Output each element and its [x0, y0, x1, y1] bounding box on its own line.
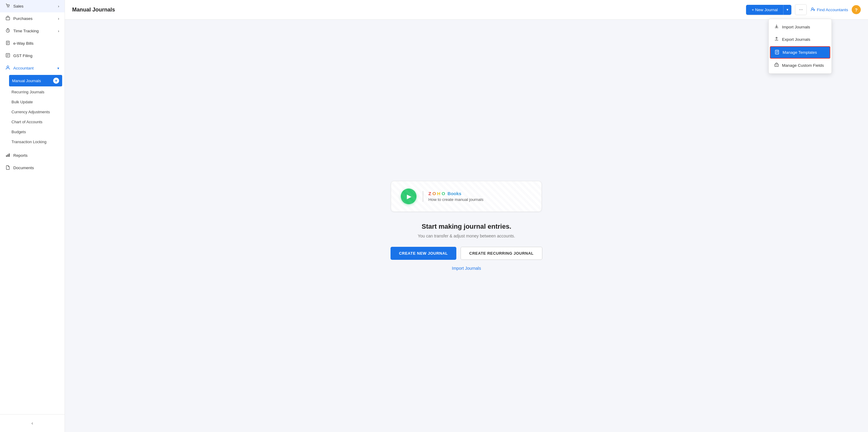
brand-h: H	[437, 191, 440, 196]
collapse-button[interactable]: ‹	[5, 418, 59, 428]
sidebar-sub-transaction-locking[interactable]: Transaction Locking	[0, 137, 65, 147]
sidebar-sub-label: Transaction Locking	[11, 140, 46, 144]
empty-state: ▶ Z O H O Books How to create manual jou…	[391, 181, 542, 271]
purchases-icon	[5, 16, 10, 22]
chevron-down-icon: ▾	[786, 7, 788, 12]
sidebar-item-gst-filing[interactable]: GST Filing	[0, 50, 65, 62]
import-journals-link[interactable]: Import Journals	[452, 266, 481, 271]
dropdown-item-import-journals[interactable]: Import Journals	[769, 21, 832, 33]
chevron-right-icon: ›	[58, 17, 59, 21]
chevron-right-icon: ›	[58, 4, 59, 8]
documents-icon	[5, 165, 10, 171]
sidebar-item-reports[interactable]: Reports	[0, 149, 65, 162]
chevron-down-icon: ▾	[57, 66, 59, 70]
svg-point-10	[812, 8, 813, 10]
svg-rect-7	[6, 155, 7, 157]
empty-state-title: Start making journal entries.	[422, 223, 511, 230]
sidebar-sub-currency-adjustments[interactable]: Currency Adjustments	[0, 107, 65, 117]
main-content: Manual Journals + New Journal ▾ ··· Find…	[65, 0, 868, 432]
help-button[interactable]: ?	[852, 5, 861, 14]
accountant-icon	[5, 65, 10, 71]
new-journal-main-button[interactable]: + New Journal	[746, 5, 783, 15]
sidebar-item-accountant[interactable]: Accountant ▾	[0, 62, 65, 74]
find-accountants-icon	[810, 7, 815, 13]
svg-rect-12	[775, 64, 778, 66]
play-button[interactable]: ▶	[401, 189, 416, 204]
sidebar-item-time-tracking[interactable]: Time Tracking ›	[0, 25, 65, 37]
create-journal-button[interactable]: CREATE NEW JOURNAL	[391, 247, 456, 260]
find-accountants-label: Find Accountants	[817, 7, 848, 12]
sidebar-sub-label: Bulk Update	[11, 100, 33, 104]
sidebar-item-purchases[interactable]: Purchases ›	[0, 12, 65, 25]
sidebar-sub-label: Recurring Journals	[11, 90, 44, 94]
video-card: ▶ Z O H O Books How to create manual jou…	[391, 181, 542, 212]
empty-state-subtitle: You can transfer & adjust money between …	[418, 233, 515, 238]
svg-rect-2	[6, 17, 10, 20]
brand-z: Z	[428, 191, 431, 196]
sidebar-item-label: GST Filing	[13, 54, 33, 58]
sidebar-sub-label: Chart of Accounts	[11, 120, 42, 124]
sidebar-sub-chart-of-accounts[interactable]: Chart of Accounts	[0, 117, 65, 127]
brand-books: Books	[447, 191, 462, 196]
video-info: Z O H O Books How to create manual journ…	[423, 191, 483, 202]
video-brand: Z O H O Books	[428, 191, 461, 196]
sidebar-item-label: Time Tracking	[13, 29, 39, 33]
time-tracking-icon	[5, 28, 10, 34]
gst-filing-icon	[5, 53, 10, 59]
play-icon: ▶	[407, 193, 411, 200]
action-buttons: CREATE NEW JOURNAL CREATE RECURRING JOUR…	[391, 247, 542, 260]
manage-custom-fields-icon	[774, 62, 779, 68]
brand-o1: O	[433, 191, 436, 196]
sidebar-sub-recurring-journals[interactable]: Recurring Journals	[0, 87, 65, 97]
sidebar-sub-label: Budgets	[11, 129, 26, 134]
dropdown-item-label: Import Journals	[782, 25, 810, 29]
video-description: How to create manual journals	[428, 197, 483, 202]
svg-point-1	[8, 7, 9, 7]
find-accountants-button[interactable]: Find Accountants	[810, 7, 848, 13]
topbar-actions: + New Journal ▾ ··· Find Accountants ?	[746, 4, 861, 15]
eway-bills-icon	[5, 40, 10, 46]
svg-point-0	[7, 7, 8, 7]
dropdown-item-export-journals[interactable]: Export Journals	[769, 33, 832, 46]
sidebar-sub-label: Currency Adjustments	[11, 110, 50, 114]
page-title: Manual Journals	[72, 7, 115, 13]
brand-o2: O	[441, 191, 445, 196]
sidebar-item-label: e-Way Bills	[13, 41, 33, 46]
topbar: Manual Journals + New Journal ▾ ··· Find…	[65, 0, 868, 20]
dropdown-menu: Import Journals Export Journals Manage T…	[768, 19, 832, 74]
sidebar-sub-budgets[interactable]: Budgets	[0, 127, 65, 137]
sidebar-sub-bulk-update[interactable]: Bulk Update	[0, 97, 65, 107]
add-journal-icon[interactable]: +	[53, 78, 59, 84]
sidebar-item-sales[interactable]: Sales ›	[0, 0, 65, 12]
chevron-right-icon: ›	[58, 29, 59, 33]
dropdown-item-label: Export Journals	[782, 37, 810, 42]
sidebar-item-label: Sales	[13, 4, 24, 8]
sidebar-sub-manual-journals[interactable]: Manual Journals +	[9, 75, 62, 86]
dropdown-item-manage-custom-fields[interactable]: Manage Custom Fields	[769, 59, 832, 71]
dropdown-item-manage-templates[interactable]: Manage Templates	[770, 46, 830, 59]
new-journal-button-group: + New Journal ▾	[746, 5, 791, 15]
dropdown-item-label: Manage Templates	[783, 50, 817, 55]
sidebar-item-label: Reports	[13, 153, 28, 158]
import-icon	[774, 24, 779, 30]
reports-icon	[5, 152, 10, 158]
content-area: ▶ Z O H O Books How to create manual jou…	[65, 20, 868, 432]
export-icon	[774, 36, 779, 42]
create-recurring-journal-button[interactable]: CREATE RECURRING JOURNAL	[461, 247, 542, 260]
sidebar-item-documents[interactable]: Documents	[0, 162, 65, 174]
sidebar-item-label: Purchases	[13, 16, 33, 21]
manage-templates-icon	[775, 50, 780, 55]
svg-rect-8	[7, 154, 8, 157]
sidebar: Sales › Purchases › Time Tracking › e-Wa…	[0, 0, 65, 432]
dropdown-item-label: Manage Custom Fields	[782, 63, 824, 68]
new-journal-dropdown-button[interactable]: ▾	[783, 5, 791, 15]
svg-point-6	[7, 66, 9, 68]
sales-icon	[5, 3, 10, 9]
sidebar-item-eway-bills[interactable]: e-Way Bills	[0, 37, 65, 50]
sidebar-item-label: Accountant	[13, 66, 34, 70]
svg-rect-9	[9, 153, 10, 157]
sidebar-sub-label: Manual Journals	[12, 79, 41, 83]
sidebar-item-label: Documents	[13, 166, 34, 170]
more-options-button[interactable]: ···	[795, 4, 807, 15]
